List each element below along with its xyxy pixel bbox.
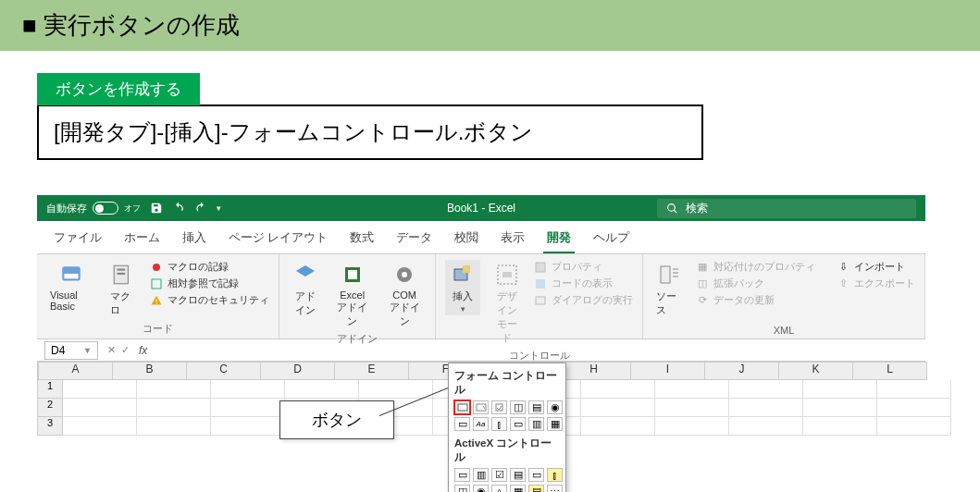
group-label-addins: アドイン [289, 332, 427, 346]
import-button[interactable]: ⇩インポート [836, 260, 915, 274]
svg-point-5 [153, 264, 160, 271]
tab-developer[interactable]: 開発 [543, 227, 575, 253]
viewcode-icon [533, 277, 548, 290]
chevron-down-icon[interactable]: ▼ [83, 346, 92, 355]
save-icon[interactable] [150, 202, 163, 215]
ax-checkbox-icon[interactable]: ☑ [491, 468, 507, 482]
expansion-packs-button[interactable]: ◫拡張パック [695, 277, 815, 290]
form-option-icon[interactable]: ◉ [547, 400, 563, 414]
form-button-icon[interactable] [454, 400, 470, 414]
redo-icon[interactable] [194, 202, 207, 215]
chevron-down-icon: ▼ [459, 305, 466, 314]
row-header[interactable]: 3 [37, 417, 63, 436]
autosave-toggle[interactable]: 自動保存 オフ [46, 202, 141, 215]
visual-basic-button[interactable]: Visual Basic [46, 260, 97, 314]
autosave-state: オフ [124, 203, 141, 215]
view-code-button[interactable]: コードの表示 [533, 277, 633, 290]
form-groupbox-icon[interactable]: ▭ [454, 417, 470, 431]
svg-rect-11 [348, 270, 357, 279]
tab-home[interactable]: ホーム [120, 227, 164, 253]
name-box[interactable]: D4 ▼ [44, 341, 98, 360]
row-header[interactable]: 1 [37, 380, 63, 399]
ax-image-icon[interactable]: ▦ [510, 485, 526, 492]
tab-review[interactable]: 校閲 [451, 227, 482, 253]
ax-button-icon[interactable]: ▭ [454, 468, 470, 482]
callout-annotation: ボタン [279, 400, 394, 439]
form-label-icon[interactable]: Aa [473, 417, 489, 431]
enter-icon[interactable]: ✓ [121, 344, 130, 356]
run-dialog-button[interactable]: ダイアログの実行 [533, 293, 633, 307]
ax-more-icon[interactable]: ⋯ [547, 485, 563, 492]
ribbon-group-addins: アド イン Excel アドイン COM アドイン アドイン [279, 254, 437, 338]
cancel-icon[interactable]: ✕ [107, 344, 116, 356]
design-mode-button[interactable]: デザイン モード [490, 260, 524, 347]
ax-listbox-icon[interactable]: ▤ [510, 468, 526, 482]
qat-dropdown-icon[interactable]: ▾ [217, 203, 221, 213]
form-checkbox-icon[interactable] [491, 400, 507, 414]
svg-rect-6 [152, 279, 161, 289]
col-header[interactable]: J [705, 362, 779, 380]
ribbon-group-code: Visual Basic マクロ マクロの記録 相対参照で記録 マクロのセキュリ… [37, 254, 279, 338]
excel-addins-button[interactable]: Excel アドイン [331, 260, 374, 330]
col-header[interactable]: E [335, 362, 409, 380]
svg-rect-1 [65, 274, 79, 278]
instruction-text: [開発タブ]-[挿入]-フォームコントロール.ボタン [37, 105, 703, 160]
activex-controls-grid: ▭ ▥ ☑ ▤ ▭ ⫿ ◫ ◉ A ▦ ▤ ⋯ [454, 468, 560, 492]
ax-textbox-icon[interactable]: ▭ [528, 468, 544, 482]
form-combobox-icon[interactable] [473, 400, 489, 414]
col-header[interactable]: D [261, 362, 335, 380]
addins-button[interactable]: アド イン [289, 260, 322, 319]
form-textfield-icon[interactable]: ▭ [510, 417, 526, 431]
properties-button[interactable]: プロパティ [533, 260, 633, 274]
record-macro-button[interactable]: マクロの記録 [149, 260, 269, 274]
svg-rect-3 [117, 269, 125, 271]
map-props-button[interactable]: ▦対応付けのプロパティ [695, 260, 815, 274]
refresh-data-button[interactable]: ⟳データの更新 [695, 293, 815, 307]
col-header[interactable]: I [631, 362, 705, 380]
insert-controls-button[interactable]: 挿入 ▼ [445, 260, 480, 315]
fx-icon[interactable]: fx [139, 344, 147, 357]
form-scrollbar-icon[interactable]: ⫿ [491, 417, 507, 431]
relref-icon [149, 277, 164, 290]
com-addins-button[interactable]: COM アドイン [383, 260, 426, 330]
col-header[interactable]: C [187, 362, 261, 380]
tab-help[interactable]: ヘルプ [589, 227, 633, 253]
ax-combo-icon[interactable]: ▥ [473, 468, 489, 482]
ax-scrollbar-icon[interactable]: ⫿ [547, 468, 563, 482]
col-header[interactable]: B [113, 362, 187, 380]
form-combo-icon[interactable]: ▥ [528, 417, 544, 431]
col-header[interactable]: L [853, 362, 927, 380]
ax-label-icon[interactable]: A [491, 485, 507, 492]
excel-addin-icon [340, 262, 366, 288]
col-header[interactable]: K [779, 362, 853, 380]
form-dialog-icon[interactable]: ▦ [547, 417, 563, 431]
form-spinner-icon[interactable]: ◫ [510, 400, 526, 414]
macros-icon [110, 262, 136, 288]
tab-file[interactable]: ファイル [50, 227, 105, 253]
tab-insert[interactable]: 挿入 [179, 227, 210, 253]
col-header[interactable]: H [557, 362, 631, 380]
tab-pagelayout[interactable]: ページ レイアウト [225, 227, 331, 253]
toggle-icon [93, 202, 118, 215]
tab-formulas[interactable]: 数式 [346, 227, 378, 253]
ax-toggle-icon[interactable]: ▤ [528, 485, 544, 492]
group-label-xml: XML [652, 325, 915, 336]
svg-marker-9 [296, 265, 315, 277]
macros-button[interactable]: マクロ [106, 260, 140, 319]
refresh-icon: ⟳ [695, 294, 710, 307]
warning-icon [149, 294, 164, 307]
ax-spin-icon[interactable]: ◫ [454, 485, 470, 492]
relative-ref-button[interactable]: 相対参照で記録 [149, 277, 269, 290]
macro-security-button[interactable]: マクロのセキュリティ [149, 293, 269, 307]
undo-icon[interactable] [172, 202, 185, 215]
row-header[interactable]: 2 [37, 399, 63, 417]
export-button[interactable]: ⇧エクスポート [836, 277, 915, 290]
tell-me-search[interactable]: 検索 [657, 199, 916, 218]
ax-option-icon[interactable]: ◉ [473, 485, 489, 492]
col-header[interactable]: A [39, 362, 113, 380]
slide-title: ■ 実行ボタンの作成 [22, 9, 958, 42]
tab-view[interactable]: 表示 [497, 227, 528, 253]
xml-source-button[interactable]: ソース [652, 260, 686, 319]
tab-data[interactable]: データ [392, 227, 436, 253]
form-listbox-icon[interactable]: ▤ [528, 400, 544, 414]
